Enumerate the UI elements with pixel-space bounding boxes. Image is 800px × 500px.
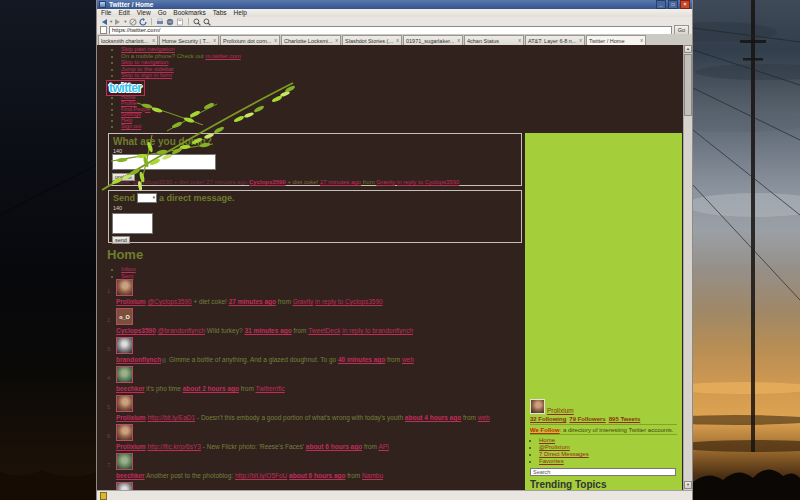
new-tab-button[interactable] — [176, 18, 184, 26]
tweet-source-link[interactable]: web — [402, 356, 414, 363]
sidebar-avatar[interactable] — [530, 399, 545, 414]
menu-item[interactable]: Help — [234, 9, 247, 17]
tweet-username-link[interactable]: Prolixium — [116, 298, 146, 305]
tweet-source-link[interactable]: Gravity — [293, 298, 314, 305]
home-button[interactable] — [166, 18, 174, 26]
tab-close-icon[interactable]: x — [396, 36, 399, 45]
avatar[interactable] — [116, 453, 133, 470]
forward-dropdown-icon[interactable]: ▾ — [124, 18, 126, 26]
wefollow-link[interactable]: We Follow — [530, 427, 560, 433]
latest-reply-link[interactable]: in reply to Cyclops3590 — [397, 179, 459, 185]
menu-item[interactable]: Bookmarks — [173, 9, 206, 17]
skip-link[interactable]: Jump to the sidebar — [121, 66, 174, 72]
avatar[interactable] — [116, 366, 133, 383]
reload-button[interactable] — [139, 18, 147, 26]
title-bar[interactable]: Twitter / Home _ □ × — [97, 0, 692, 9]
tab-close-icon[interactable]: x — [152, 36, 155, 45]
search-input[interactable] — [530, 468, 676, 476]
menu-item[interactable]: View — [137, 9, 151, 17]
update-button[interactable]: update — [112, 173, 135, 181]
browser-tab[interactable]: Home Security | T... x — [159, 35, 219, 45]
tweet-source-link[interactable]: TweetDeck — [308, 327, 340, 334]
avatar[interactable] — [116, 279, 133, 296]
browser-tab[interactable]: 01971_sugarlaker... x — [403, 35, 463, 45]
tweet-timestamp-link[interactable]: 40 minutes ago — [338, 356, 385, 363]
tab-close-icon[interactable]: x — [213, 36, 216, 45]
dm-recipient-select[interactable]: ▾ — [137, 193, 157, 203]
browser-tab[interactable]: locksmith charlott... x — [98, 35, 158, 45]
scroll-up-icon[interactable]: ▲ — [684, 45, 692, 53]
tab-close-icon[interactable]: x — [335, 36, 338, 45]
tweet-reply-link[interactable]: in reply to Cyclops3590 — [315, 298, 383, 305]
sidebar-stat-link[interactable]: 32 Following — [530, 416, 566, 422]
mobile-site-link[interactable]: m.twitter.com — [205, 53, 240, 59]
avatar[interactable] — [116, 424, 133, 441]
sidebar-nav-link[interactable]: Favorites — [539, 458, 564, 464]
maximize-button[interactable]: □ — [668, 0, 678, 9]
menu-item[interactable]: Edit — [118, 9, 129, 17]
tweet-timestamp-link[interactable]: about 4 hours ago — [405, 414, 461, 421]
tweet-timestamp-link[interactable]: about 6 hours ago — [306, 443, 362, 450]
tweet-timestamp-link[interactable]: 27 minutes ago — [229, 298, 276, 305]
print-button[interactable] — [156, 18, 164, 26]
tab-close-icon[interactable]: x — [579, 36, 582, 45]
tab-close-icon[interactable]: x — [457, 36, 460, 45]
tweet-username-link[interactable]: Prolixium — [116, 443, 146, 450]
skip-link[interactable]: Skip past navigation — [121, 46, 175, 52]
tweet-mention-link[interactable]: @brandonflynch — [158, 327, 205, 334]
zoom-out-button[interactable] — [203, 18, 211, 26]
sidebar-nav-link[interactable]: Home — [539, 437, 555, 443]
tweet-url-link[interactable]: http://flic.kr/p/6sY3 — [147, 443, 200, 450]
sidebar-nav-link[interactable]: 7 Direct Messages — [539, 451, 589, 457]
skip-link[interactable]: Skip to navigation — [121, 59, 168, 65]
tweet-username-link[interactable]: Cyclops3590 — [116, 327, 156, 334]
avatar[interactable] — [116, 337, 133, 354]
tweet-username-link[interactable]: beechker — [116, 472, 145, 479]
close-button[interactable]: × — [680, 0, 690, 9]
browser-tab[interactable]: Twitter / Home x — [586, 35, 646, 45]
sidebar-stat-link[interactable]: 895 Tweets — [609, 416, 641, 422]
send-button[interactable]: send — [112, 236, 130, 244]
latest-source-link[interactable]: Gravity — [376, 179, 395, 185]
browser-tab[interactable]: AT&T: Layer 6-8 n... x — [525, 35, 585, 45]
latest-user-link[interactable]: Cyclops3590 — [249, 179, 286, 185]
menu-item[interactable]: Go — [158, 9, 167, 17]
back-button[interactable] — [100, 18, 108, 26]
vertical-scrollbar[interactable]: ▲ ▼ — [683, 45, 692, 490]
tab-close-icon[interactable]: x — [518, 36, 521, 45]
update-textarea[interactable] — [112, 154, 216, 170]
skip-link[interactable]: Skip to sign in form — [121, 72, 172, 78]
tweet-timestamp-link[interactable]: 31 minutes ago — [244, 327, 291, 334]
stop-button[interactable] — [129, 18, 137, 26]
sidebar-stat-link[interactable]: 79 Followers — [569, 416, 605, 422]
scroll-down-icon[interactable]: ▼ — [684, 481, 692, 489]
tweet-username-link[interactable]: brandonflynch — [116, 356, 161, 363]
tweet-source-link[interactable]: web — [478, 414, 490, 421]
tab-close-icon[interactable]: x — [274, 36, 277, 45]
tweet-url-link[interactable]: http://bit.ly/EaD1 — [147, 414, 195, 421]
tweet-timestamp-link[interactable]: about 2 hours ago — [183, 385, 239, 392]
tweet-url-link[interactable]: http://bit.ly/O5FoU — [235, 472, 287, 479]
tweet-source-link[interactable]: Nambu — [362, 472, 383, 479]
latest-time-link[interactable]: 27 minutes ago — [320, 179, 361, 185]
browser-tab[interactable]: 4chan Status x — [464, 35, 524, 45]
tab-close-icon[interactable]: x — [640, 36, 643, 45]
menu-item[interactable]: Tabs — [213, 9, 227, 17]
avatar[interactable] — [116, 482, 133, 490]
nav-link[interactable]: Sign out — [121, 123, 141, 129]
tweet-mention-link[interactable]: @Cyclops3590 — [147, 298, 191, 305]
browser-tab[interactable]: Prolixium dot com... x — [220, 35, 280, 45]
avatar[interactable]: o_O — [116, 308, 133, 325]
dm-textarea[interactable] — [112, 213, 153, 234]
back-dropdown-icon[interactable]: ▾ — [110, 18, 112, 26]
browser-tab[interactable]: Charlotte Locksmi... x — [281, 35, 341, 45]
home-link[interactable]: Inbox — [121, 266, 136, 272]
avatar[interactable] — [116, 395, 133, 412]
tweet-reply-link[interactable]: in reply to brandonflynch — [342, 327, 413, 334]
tweet-username-link[interactable]: Prolixium — [116, 414, 146, 421]
forward-button[interactable] — [114, 18, 122, 26]
menu-item[interactable]: File — [101, 9, 111, 17]
minimize-button[interactable]: _ — [656, 0, 666, 9]
tweet-timestamp-link[interactable]: about 6 hours ago — [289, 472, 345, 479]
tweet-source-link[interactable]: Twitterrific — [256, 385, 285, 392]
